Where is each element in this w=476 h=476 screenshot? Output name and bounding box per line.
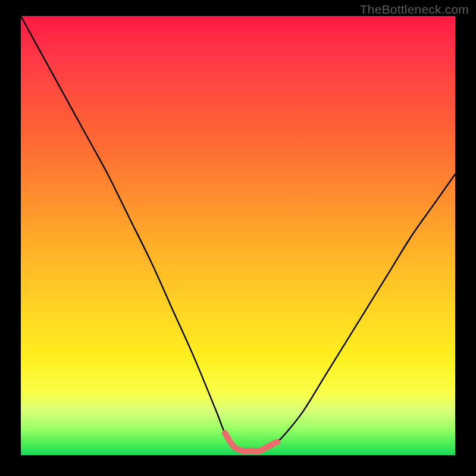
valley-dot [274, 439, 280, 445]
chart-frame: TheBottleneck.com [0, 0, 476, 476]
bottleneck-curve-path [21, 16, 455, 451]
valley-dot [256, 447, 262, 453]
valley-dot [231, 443, 237, 449]
valley-dot [248, 447, 254, 453]
plot-area [21, 16, 455, 455]
valley-dot [222, 430, 228, 436]
watermark-text: TheBottleneck.com [360, 2, 469, 17]
valley-dot [239, 447, 245, 453]
curve-svg [21, 16, 455, 455]
valley-dot [265, 443, 271, 449]
